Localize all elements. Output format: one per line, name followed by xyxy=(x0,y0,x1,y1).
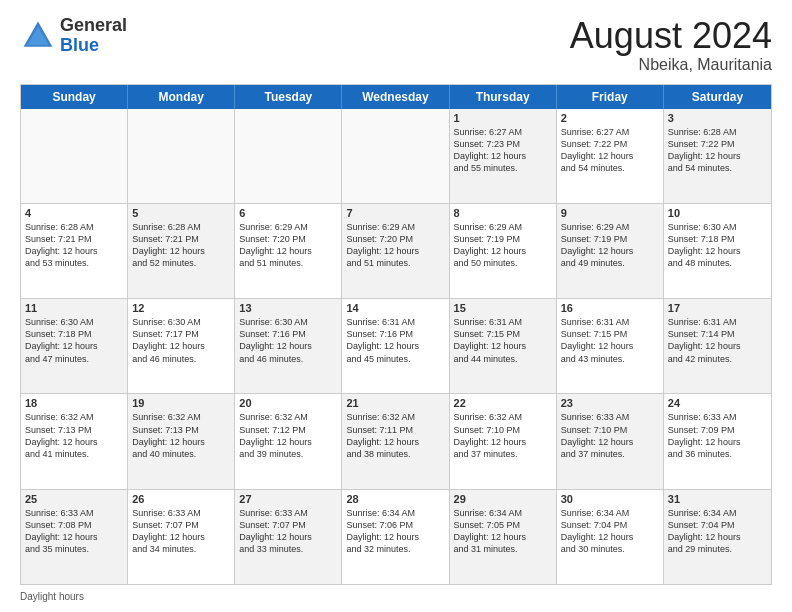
day-info: Sunrise: 6:27 AM Sunset: 7:22 PM Dayligh… xyxy=(561,126,659,175)
day-info: Sunrise: 6:32 AM Sunset: 7:11 PM Dayligh… xyxy=(346,411,444,460)
empty-cell xyxy=(128,109,235,203)
day-number: 9 xyxy=(561,207,659,219)
day-info: Sunrise: 6:34 AM Sunset: 7:04 PM Dayligh… xyxy=(561,507,659,556)
title-block: August 2024 Nbeika, Mauritania xyxy=(570,16,772,74)
day-info: Sunrise: 6:31 AM Sunset: 7:15 PM Dayligh… xyxy=(561,316,659,365)
calendar-week-5: 25Sunrise: 6:33 AM Sunset: 7:08 PM Dayli… xyxy=(21,490,771,584)
header-day-wednesday: Wednesday xyxy=(342,85,449,109)
day-info: Sunrise: 6:33 AM Sunset: 7:10 PM Dayligh… xyxy=(561,411,659,460)
calendar-day-6: 6Sunrise: 6:29 AM Sunset: 7:20 PM Daylig… xyxy=(235,204,342,298)
day-number: 30 xyxy=(561,493,659,505)
day-info: Sunrise: 6:29 AM Sunset: 7:20 PM Dayligh… xyxy=(346,221,444,270)
day-info: Sunrise: 6:29 AM Sunset: 7:19 PM Dayligh… xyxy=(561,221,659,270)
calendar-body: 1Sunrise: 6:27 AM Sunset: 7:23 PM Daylig… xyxy=(21,109,771,584)
day-info: Sunrise: 6:30 AM Sunset: 7:18 PM Dayligh… xyxy=(25,316,123,365)
calendar-day-21: 21Sunrise: 6:32 AM Sunset: 7:11 PM Dayli… xyxy=(342,394,449,488)
day-info: Sunrise: 6:28 AM Sunset: 7:21 PM Dayligh… xyxy=(25,221,123,270)
day-info: Sunrise: 6:30 AM Sunset: 7:16 PM Dayligh… xyxy=(239,316,337,365)
calendar-header: SundayMondayTuesdayWednesdayThursdayFrid… xyxy=(21,85,771,109)
header: General Blue August 2024 Nbeika, Maurita… xyxy=(20,16,772,74)
day-number: 23 xyxy=(561,397,659,409)
day-number: 21 xyxy=(346,397,444,409)
day-number: 17 xyxy=(668,302,767,314)
day-number: 2 xyxy=(561,112,659,124)
day-number: 1 xyxy=(454,112,552,124)
day-number: 18 xyxy=(25,397,123,409)
calendar-day-3: 3Sunrise: 6:28 AM Sunset: 7:22 PM Daylig… xyxy=(664,109,771,203)
logo-text: General Blue xyxy=(60,16,127,56)
location: Nbeika, Mauritania xyxy=(570,56,772,74)
calendar-day-24: 24Sunrise: 6:33 AM Sunset: 7:09 PM Dayli… xyxy=(664,394,771,488)
logo-icon xyxy=(20,18,56,54)
day-info: Sunrise: 6:30 AM Sunset: 7:17 PM Dayligh… xyxy=(132,316,230,365)
calendar-day-4: 4Sunrise: 6:28 AM Sunset: 7:21 PM Daylig… xyxy=(21,204,128,298)
footer: Daylight hours xyxy=(20,591,772,602)
calendar-day-26: 26Sunrise: 6:33 AM Sunset: 7:07 PM Dayli… xyxy=(128,490,235,584)
header-day-tuesday: Tuesday xyxy=(235,85,342,109)
day-number: 27 xyxy=(239,493,337,505)
month-year: August 2024 xyxy=(570,16,772,56)
day-number: 22 xyxy=(454,397,552,409)
day-number: 7 xyxy=(346,207,444,219)
empty-cell xyxy=(235,109,342,203)
calendar-day-8: 8Sunrise: 6:29 AM Sunset: 7:19 PM Daylig… xyxy=(450,204,557,298)
day-number: 11 xyxy=(25,302,123,314)
day-info: Sunrise: 6:33 AM Sunset: 7:09 PM Dayligh… xyxy=(668,411,767,460)
header-day-sunday: Sunday xyxy=(21,85,128,109)
day-number: 25 xyxy=(25,493,123,505)
header-day-thursday: Thursday xyxy=(450,85,557,109)
day-number: 8 xyxy=(454,207,552,219)
calendar-day-15: 15Sunrise: 6:31 AM Sunset: 7:15 PM Dayli… xyxy=(450,299,557,393)
header-day-friday: Friday xyxy=(557,85,664,109)
day-info: Sunrise: 6:28 AM Sunset: 7:21 PM Dayligh… xyxy=(132,221,230,270)
day-info: Sunrise: 6:30 AM Sunset: 7:18 PM Dayligh… xyxy=(668,221,767,270)
day-info: Sunrise: 6:34 AM Sunset: 7:05 PM Dayligh… xyxy=(454,507,552,556)
calendar-day-25: 25Sunrise: 6:33 AM Sunset: 7:08 PM Dayli… xyxy=(21,490,128,584)
day-info: Sunrise: 6:33 AM Sunset: 7:08 PM Dayligh… xyxy=(25,507,123,556)
calendar-day-13: 13Sunrise: 6:30 AM Sunset: 7:16 PM Dayli… xyxy=(235,299,342,393)
calendar-day-29: 29Sunrise: 6:34 AM Sunset: 7:05 PM Dayli… xyxy=(450,490,557,584)
day-number: 16 xyxy=(561,302,659,314)
logo-general: General xyxy=(60,15,127,35)
logo: General Blue xyxy=(20,16,127,56)
day-number: 29 xyxy=(454,493,552,505)
calendar-week-3: 11Sunrise: 6:30 AM Sunset: 7:18 PM Dayli… xyxy=(21,299,771,394)
calendar-day-7: 7Sunrise: 6:29 AM Sunset: 7:20 PM Daylig… xyxy=(342,204,449,298)
day-info: Sunrise: 6:31 AM Sunset: 7:16 PM Dayligh… xyxy=(346,316,444,365)
day-number: 13 xyxy=(239,302,337,314)
day-info: Sunrise: 6:33 AM Sunset: 7:07 PM Dayligh… xyxy=(132,507,230,556)
calendar-day-16: 16Sunrise: 6:31 AM Sunset: 7:15 PM Dayli… xyxy=(557,299,664,393)
calendar-day-20: 20Sunrise: 6:32 AM Sunset: 7:12 PM Dayli… xyxy=(235,394,342,488)
day-number: 5 xyxy=(132,207,230,219)
day-info: Sunrise: 6:31 AM Sunset: 7:15 PM Dayligh… xyxy=(454,316,552,365)
header-day-monday: Monday xyxy=(128,85,235,109)
calendar-day-27: 27Sunrise: 6:33 AM Sunset: 7:07 PM Dayli… xyxy=(235,490,342,584)
day-number: 26 xyxy=(132,493,230,505)
day-info: Sunrise: 6:28 AM Sunset: 7:22 PM Dayligh… xyxy=(668,126,767,175)
footer-label: Daylight hours xyxy=(20,591,84,602)
day-info: Sunrise: 6:27 AM Sunset: 7:23 PM Dayligh… xyxy=(454,126,552,175)
day-info: Sunrise: 6:29 AM Sunset: 7:20 PM Dayligh… xyxy=(239,221,337,270)
logo-blue: Blue xyxy=(60,35,99,55)
calendar-day-14: 14Sunrise: 6:31 AM Sunset: 7:16 PM Dayli… xyxy=(342,299,449,393)
calendar-day-22: 22Sunrise: 6:32 AM Sunset: 7:10 PM Dayli… xyxy=(450,394,557,488)
day-number: 3 xyxy=(668,112,767,124)
day-number: 31 xyxy=(668,493,767,505)
day-number: 24 xyxy=(668,397,767,409)
day-info: Sunrise: 6:29 AM Sunset: 7:19 PM Dayligh… xyxy=(454,221,552,270)
day-info: Sunrise: 6:32 AM Sunset: 7:13 PM Dayligh… xyxy=(25,411,123,460)
day-number: 28 xyxy=(346,493,444,505)
calendar-day-18: 18Sunrise: 6:32 AM Sunset: 7:13 PM Dayli… xyxy=(21,394,128,488)
empty-cell xyxy=(21,109,128,203)
day-number: 12 xyxy=(132,302,230,314)
day-info: Sunrise: 6:34 AM Sunset: 7:04 PM Dayligh… xyxy=(668,507,767,556)
calendar-day-10: 10Sunrise: 6:30 AM Sunset: 7:18 PM Dayli… xyxy=(664,204,771,298)
day-info: Sunrise: 6:32 AM Sunset: 7:12 PM Dayligh… xyxy=(239,411,337,460)
day-info: Sunrise: 6:34 AM Sunset: 7:06 PM Dayligh… xyxy=(346,507,444,556)
calendar-day-17: 17Sunrise: 6:31 AM Sunset: 7:14 PM Dayli… xyxy=(664,299,771,393)
day-info: Sunrise: 6:31 AM Sunset: 7:14 PM Dayligh… xyxy=(668,316,767,365)
day-info: Sunrise: 6:32 AM Sunset: 7:10 PM Dayligh… xyxy=(454,411,552,460)
day-info: Sunrise: 6:33 AM Sunset: 7:07 PM Dayligh… xyxy=(239,507,337,556)
day-number: 19 xyxy=(132,397,230,409)
day-number: 10 xyxy=(668,207,767,219)
